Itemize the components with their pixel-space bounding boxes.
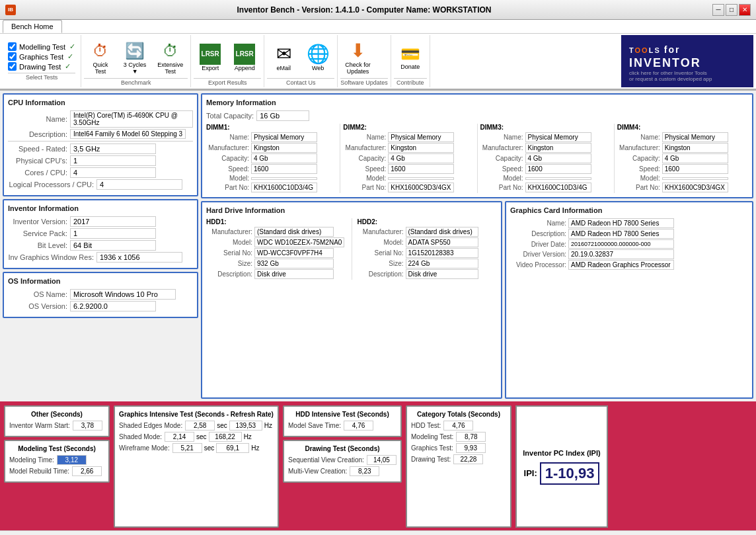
d4-cap-lbl: Capacity: — [617, 155, 660, 162]
email-label: eMail — [276, 65, 291, 71]
tab-bench-home[interactable]: Bench Home — [3, 20, 62, 33]
dimm4-cap: 4 Gb — [662, 153, 728, 163]
export-label: Export — [202, 65, 219, 71]
tools-for-inventor-logo[interactable]: TOOLS for INVENTOR click here for other … — [621, 35, 753, 87]
hdd2-model-lbl: Model: — [358, 239, 404, 246]
graphics-test-check[interactable]: Graphics Test ✓ — [8, 52, 75, 61]
warm-value: 3,78 — [73, 421, 102, 431]
gfx-name-lbl: Name: — [510, 220, 566, 227]
maximize-button[interactable]: □ — [726, 4, 737, 16]
quick-test-button[interactable]: ⏱ QuickTest — [84, 37, 117, 78]
inventor-window-value: 1936 x 1056 — [96, 252, 182, 263]
d1-prt-lbl: Part No: — [206, 184, 249, 191]
os-title: OS Information — [8, 277, 193, 285]
dimm1-mfr: Kingston — [251, 143, 317, 153]
memory-cap-label: Total Capacity: — [206, 112, 254, 120]
cpu-cores-label: Cores / CPU: — [8, 169, 67, 177]
cpu-physical-label: Physical CPU's: — [8, 157, 67, 165]
graphics-intensive-title: Graphics Intensive Test (Seconds - Refre… — [119, 411, 274, 418]
donate-label: Donate — [400, 63, 420, 70]
inventor-sp-row: Service Pack: 1 — [8, 228, 193, 239]
d3-spd-lbl: Speed: — [480, 165, 523, 173]
dimm4-speed: 1600 — [662, 164, 728, 174]
memory-capacity-row: Total Capacity: 16 Gb — [206, 110, 748, 121]
gfx-vp-val: AMD Radeon Graphics Processor — [568, 260, 674, 270]
inventor-sp-label: Service Pack: — [8, 229, 67, 237]
drawing-test-check[interactable]: Drawing Test ✓ — [8, 62, 75, 71]
export-button[interactable]: LRSR Export — [194, 40, 227, 75]
other-bench-panel: Other (Seconds) Inventor Warm Start: 3,7… — [4, 405, 110, 437]
d3-name-lbl: Name: — [480, 134, 523, 141]
quick-test-label: QuickTest — [93, 62, 108, 75]
tools-for: for — [664, 44, 681, 55]
dimm4-mfr-row: Manufacturer:Kingston — [617, 143, 748, 153]
dimm1-model — [251, 177, 317, 180]
save-time-row: Model Save Time: 4,76 — [288, 421, 397, 431]
hdd-title: Hard Drive Information — [206, 206, 497, 214]
tools-logo-title: TOOLS for — [629, 41, 745, 56]
hdd2-col: HDD2: Manufacturer:(Standard disk drives… — [358, 218, 498, 280]
contact-us-label: Contact Us — [267, 78, 334, 86]
check-updates-button[interactable]: ⬇ Check forUpdates — [340, 36, 375, 78]
hdd1-title: HDD1: — [206, 218, 346, 226]
hdd1-size-val: 932 Gb — [254, 259, 334, 268]
cpu-speed-value: 3,5 GHz — [70, 144, 156, 154]
cpu-desc-value: Intel64 Family 6 Model 60 Stepping 3 — [70, 129, 186, 139]
web-icon: 🌐 — [307, 43, 330, 65]
cat-hdd-val: 4,76 — [443, 421, 473, 431]
dimm3-title: DIMM3: — [480, 124, 611, 131]
gfx-name-row: Name:AMD Radeon HD 7800 Series — [510, 218, 748, 228]
top-section: CPU Information Name: Intel(R) Core(TM) … — [0, 91, 756, 401]
dimm2-name: Physical Memory — [388, 132, 454, 142]
gfx-desc-row: Description:AMD Radeon HD 7800 Series — [510, 229, 748, 239]
mod-rebuild-value: 2,66 — [72, 466, 102, 476]
multi-row: Multi-View Creation: 8,23 — [288, 466, 397, 476]
graphics-checkbox[interactable] — [8, 52, 17, 61]
cpu-name-value: Intel(R) Core(TM) i5-4690K CPU @ 3.50GHz — [70, 110, 193, 128]
d1-mfr-lbl: Manufacturer: — [206, 144, 249, 151]
cat-graphics-row: Graphics Test: 9,93 — [411, 443, 506, 453]
dimm2-cap: 4 Gb — [388, 153, 454, 163]
dimm3-part-row: Part No:KHX1600C10D3/4G — [480, 183, 611, 192]
modeling-title: Modeling Test (Seconds) — [9, 445, 104, 452]
cat-modeling-row: Modeling Test: 8,78 — [411, 432, 506, 442]
mod-rebuild-label: Model Rebuild Time: — [9, 468, 69, 475]
save-label: Model Save Time: — [288, 422, 341, 429]
benchmark-area: Other (Seconds) Inventor Warm Start: 3,7… — [0, 401, 756, 530]
hdd2-serial-lbl: Serial No: — [358, 249, 404, 257]
seq-val: 14,05 — [367, 455, 397, 465]
dimm1-name: Physical Memory — [251, 132, 317, 142]
dimm2-part: KHX1600C9D3/4GX — [388, 183, 454, 192]
cpu-logical-row: Logical Processors / CPU: 4 — [8, 179, 193, 190]
web-button[interactable]: 🌐 Web — [301, 40, 334, 75]
email-button[interactable]: ✉ eMail — [267, 40, 300, 75]
cycles-3-button[interactable]: 🔄 3 Cycles▼ — [118, 37, 151, 78]
dimm2-name-row: Name:Physical Memory — [343, 132, 474, 142]
hdd1-model-lbl: Model: — [206, 239, 252, 246]
append-button[interactable]: LRSR Append — [228, 40, 261, 75]
hdd2-mfr-val: (Standard disk drives) — [406, 227, 478, 237]
gfx-dd-row: Driver Date:20160721000000.000000-000 — [510, 239, 748, 249]
drawing-checkbox[interactable] — [8, 62, 17, 71]
extensive-test-button[interactable]: ⏱ ExtensiveTest — [153, 37, 188, 78]
dimm1-panel: DIMM1: Name:Physical Memory Manufacturer… — [206, 124, 340, 193]
close-button[interactable]: ✕ — [739, 4, 751, 16]
os-name-row: OS Name: Microsoft Windows 10 Pro — [8, 289, 193, 300]
donate-button[interactable]: 💳 Donate — [394, 42, 427, 73]
hdd-panel: Hard Drive Information HDD1: Manufacture… — [201, 201, 502, 399]
modelling-checkbox[interactable] — [8, 42, 17, 51]
hdd1-model-val: WDC WD10EZEX-75M2NA0 — [254, 237, 344, 247]
dimm3-name: Physical Memory — [525, 132, 591, 142]
tools-ls: LS — [649, 46, 664, 54]
tools-oo: OO — [635, 46, 649, 54]
minimize-button[interactable]: ─ — [712, 4, 724, 16]
drawing-check-icon: ✓ — [65, 62, 71, 71]
modelling-test-check[interactable]: Modelling Test ✓ — [8, 42, 75, 51]
os-version-label: OS Version: — [8, 302, 67, 310]
inventor-bit-row: Bit Level: 64 Bit — [8, 240, 193, 251]
wireframe-label: Wireframe Mode: — [119, 444, 170, 452]
modeling-time-row: Modeling Time: 3,12 — [9, 455, 104, 465]
d4-mdl-lbl: Model: — [617, 175, 660, 182]
cat-drw-lbl: Drawing Test: — [411, 456, 451, 463]
dimm2-mfr: Kingston — [388, 143, 454, 153]
